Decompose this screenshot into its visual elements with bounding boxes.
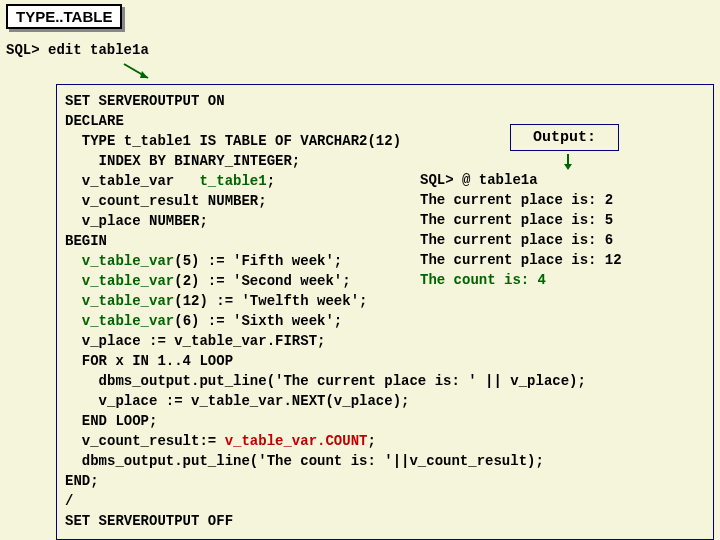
code-line: v_place := v_table_var.NEXT(v_place); [65,393,409,409]
svg-marker-1 [140,71,148,78]
code-line: TYPE t_table1 IS TABLE OF VARCHAR2(12) [65,133,401,149]
code-line: SET SERVEROUTPUT OFF [65,513,233,529]
output-block: SQL> @ table1a The current place is: 2 T… [420,170,622,290]
code-line: v_table_var(2) := 'Second week'; [65,273,351,289]
code-line: FOR x IN 1..4 LOOP [65,353,233,369]
code-line: END LOOP; [65,413,157,429]
code-line: v_place NUMBER; [65,213,208,229]
code-line: DECLARE [65,113,124,129]
code-line: / [65,493,73,509]
code-line: END; [65,473,99,489]
code-line: v_count_result NUMBER; [65,193,267,209]
code-line: INDEX BY BINARY_INTEGER; [65,153,300,169]
code-line: v_table_var(6) := 'Sixth week'; [65,313,342,329]
output-line: The current place is: 2 [420,192,613,208]
sql-edit-line: SQL> edit table1a [6,42,149,58]
output-line: SQL> @ table1a [420,172,538,188]
type-table-label: TYPE..TABLE [6,4,122,29]
code-block: SET SERVEROUTPUT ON DECLARE TYPE t_table… [56,84,714,540]
code-line: v_table_var t_table1; [65,173,275,189]
code-line: v_place := v_table_var.FIRST; [65,333,325,349]
code-line: v_table_var(12) := 'Twelfth week'; [65,293,367,309]
arrow-down-right-icon [120,62,160,86]
code-line: dbms_output.put_line('The count is: '||v… [65,453,544,469]
output-line: The current place is: 5 [420,212,613,228]
code-line: dbms_output.put_line('The current place … [65,373,586,389]
code-line: BEGIN [65,233,107,249]
code-line: v_count_result:= v_table_var.COUNT; [65,433,376,449]
output-line: The current place is: 6 [420,232,613,248]
sql-filename: table1a [90,42,149,58]
sql-prompt: SQL> edit [6,42,90,58]
output-line: The count is: 4 [420,272,546,288]
output-line: The current place is: 12 [420,252,622,268]
output-label: Output: [510,124,619,151]
code-line: v_table_var(5) := 'Fifth week'; [65,253,342,269]
code-line: SET SERVEROUTPUT ON [65,93,225,109]
